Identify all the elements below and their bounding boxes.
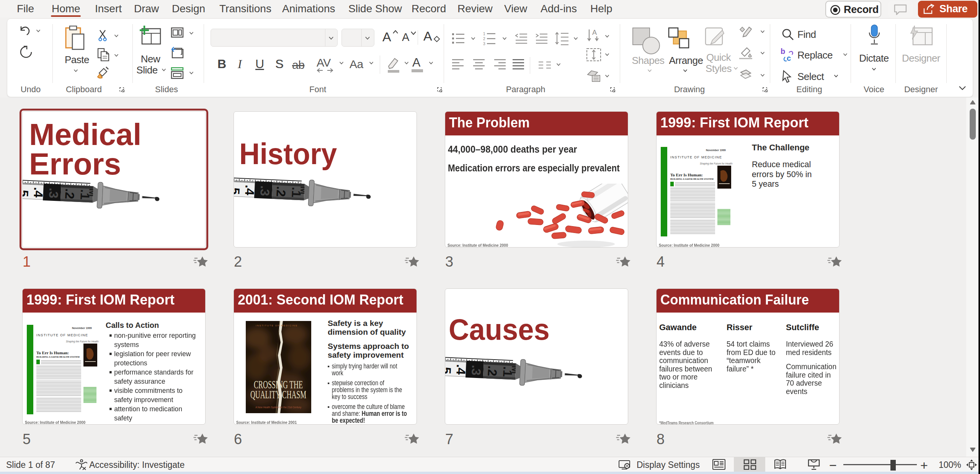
svg-text:c: c (787, 54, 791, 62)
svg-text:A: A (592, 29, 597, 36)
svg-text:3: 3 (483, 42, 485, 46)
svg-text:b: b (781, 48, 785, 55)
svg-text:2: 2 (483, 37, 485, 41)
svg-text:1: 1 (483, 32, 485, 36)
